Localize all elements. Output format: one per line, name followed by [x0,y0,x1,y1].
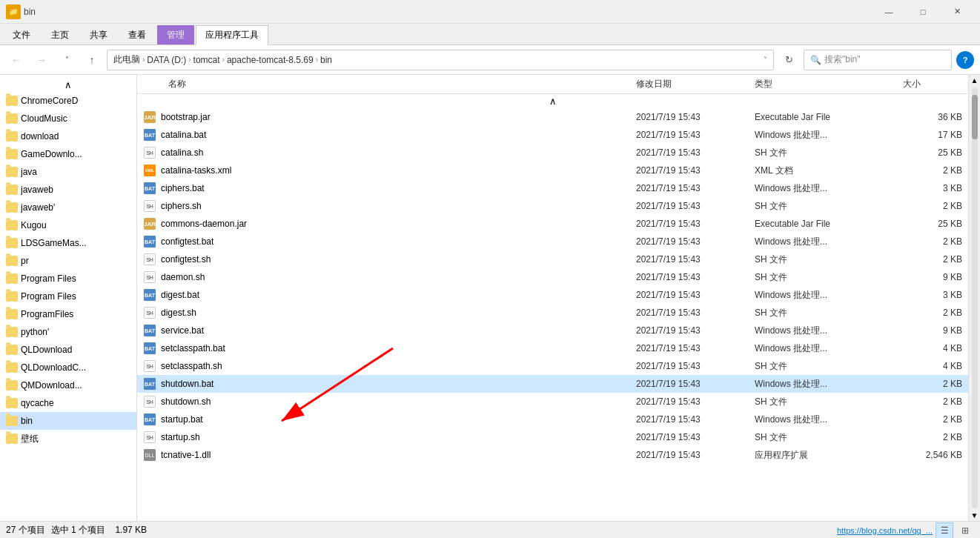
sidebar-item-javaweb2[interactable]: javaweb' [0,199,136,216]
sidebar-scroll-up[interactable]: ∧ [0,78,136,92]
tab-share[interactable]: 共享 [80,25,117,44]
bat-icon: BAT [143,342,156,355]
sidebar-item-gamedownlo[interactable]: GameDownlo... [0,145,136,163]
sidebar-item-python[interactable]: python' [0,323,136,341]
sidebar-item-qldownload[interactable]: QLDownload [0,341,136,359]
right-scrollbar[interactable]: ▲ ▼ [968,75,980,521]
file-name: digest.bat [161,290,636,300]
dll-icon: DLL [143,448,156,462]
address-bar[interactable]: 此电脑 › DATA (D:) › tomcat › apache-tomcat… [107,50,774,70]
file-row[interactable]: BAT ciphers.bat 2021/7/19 15:43 Windows … [137,179,968,197]
file-row[interactable]: SH catalina.sh 2021/7/19 15:43 SH 文件 25 … [137,144,968,162]
sidebar-item-kugou[interactable]: Kugou [0,216,136,234]
forward-button[interactable]: → [31,50,52,70]
refresh-button[interactable]: ↻ [778,50,799,70]
file-name: service.bat [161,325,636,336]
bat-icon: BAT [143,235,156,248]
file-row[interactable]: JAR commons-daemon.jar 2021/7/19 15:43 E… [137,215,968,233]
col-header-name[interactable]: 名称 [168,78,636,90]
tab-view[interactable]: 查看 [119,25,156,44]
file-row[interactable]: BAT digest.bat 2021/7/19 15:43 Windows 批… [137,286,968,304]
file-row[interactable]: BAT catalina.bat 2021/7/19 15:43 Windows… [137,126,968,144]
file-row[interactable]: JAR bootstrap.jar 2021/7/19 15:43 Execut… [137,108,968,126]
file-size: 2 KB [903,254,962,265]
search-box[interactable]: 🔍 搜索"bin" [804,50,952,70]
file-row[interactable]: SH setclasspath.sh 2021/7/19 15:43 SH 文件… [137,357,968,375]
sidebar-item-qldownloadc[interactable]: QLDownloadC... [0,359,136,376]
file-date: 2021/7/19 15:43 [636,343,755,353]
sidebar-item-java[interactable]: java [0,163,136,181]
help-button[interactable]: ? [956,51,974,69]
minimize-button[interactable]: — [872,0,906,24]
file-date: 2021/7/19 15:43 [636,361,755,371]
file-row[interactable]: DLL tcnative-1.dll 2021/7/19 15:43 应用程序扩… [137,446,968,464]
sidebar-item-qmdownload[interactable]: QMDownload... [0,376,136,394]
folder-icon [6,256,18,266]
file-size: 2 KB [903,201,962,211]
close-button[interactable]: ✕ [940,0,974,24]
sidebar-item-javaweb[interactable]: javaweb [0,181,136,199]
folder-icon [6,131,18,142]
tab-manage[interactable]: 管理 [157,25,194,44]
folder-icon [6,113,18,124]
scroll-down-arrow[interactable]: ▼ [971,510,979,521]
file-row[interactable]: SH ciphers.sh 2021/7/19 15:43 SH 文件 2 KB [137,197,968,215]
file-row[interactable]: XML catalina-tasks.xml 2021/7/19 15:43 X… [137,162,968,179]
sidebar-item-download[interactable]: download [0,127,136,145]
back-button[interactable]: ← [6,50,27,70]
scroll-up-arrow[interactable]: ▲ [971,75,979,86]
sidebar-item-programfiles3[interactable]: ProgramFiles [0,305,136,323]
file-size: 2,546 KB [903,450,962,460]
file-type: 应用程序扩展 [755,449,903,462]
file-row[interactable]: BAT startup.bat 2021/7/19 15:43 Windows … [137,411,968,428]
file-row[interactable]: SH daemon.sh 2021/7/19 15:43 SH 文件 9 KB [137,268,968,286]
file-row[interactable]: SH shutdown.sh 2021/7/19 15:43 SH 文件 2 K… [137,393,968,411]
file-type: Windows 批处理... [755,342,903,355]
website-link[interactable]: https://blog.csdn.net/qq_... [837,526,933,535]
sidebar-item-wallpaper[interactable]: 壁纸 [0,430,136,448]
col-header-size[interactable]: 大小 [903,78,962,90]
sidebar-item-pr[interactable]: pr [0,252,136,270]
sh-icon: SH [143,253,156,266]
maximize-button[interactable]: □ [906,0,940,24]
file-type: Windows 批处理... [755,325,903,337]
file-name: digest.sh [161,308,636,318]
sidebar-item-cloudmusic[interactable]: CloudMusic [0,110,136,127]
dropdown-button[interactable]: ˅ [56,50,77,70]
file-name: commons-daemon.jar [161,219,636,229]
tab-home[interactable]: 主页 [42,25,79,44]
file-date: 2021/7/19 15:43 [636,272,755,282]
sidebar-item-ldsgamemas[interactable]: LDSGameMas... [0,234,136,252]
ribbon: 文件 主页 共享 查看 管理 应用程序工具 [0,24,980,45]
tab-apptools[interactable]: 应用程序工具 [196,25,268,45]
sh-icon: SH [143,270,156,284]
details-view-button[interactable]: ☰ [936,522,953,539]
search-icon: 🔍 [810,55,821,65]
tab-file[interactable]: 文件 [3,25,40,44]
file-name: setclasspath.sh [161,361,636,371]
file-row[interactable]: BAT setclasspath.bat 2021/7/19 15:43 Win… [137,339,968,357]
file-row[interactable]: BAT service.bat 2021/7/19 15:43 Windows … [137,322,968,339]
file-row[interactable]: SH digest.sh 2021/7/19 15:43 SH 文件 2 KB [137,304,968,322]
file-date: 2021/7/19 15:43 [636,450,755,460]
file-row[interactable]: SH startup.sh 2021/7/19 15:43 SH 文件 2 KB [137,428,968,446]
col-header-date[interactable]: 修改日期 [636,78,755,90]
file-list-scroll-up[interactable]: ∧ [137,94,968,108]
folder-icon [6,345,18,355]
large-icons-button[interactable]: ⊞ [956,522,974,539]
file-size: 4 KB [903,343,962,353]
sidebar-item-tomcat[interactable]: bin [0,412,136,430]
file-type: Executable Jar File [755,219,903,229]
sidebar-item-programfiles2[interactable]: Program Files [0,288,136,305]
up-button[interactable]: ↑ [82,50,102,70]
sidebar-item-programfiles1[interactable]: Program Files [0,270,136,288]
file-size: 25 KB [903,219,962,229]
sidebar-item-chromecored[interactable]: ChromeCoreD [0,92,136,110]
col-header-type[interactable]: 类型 [755,78,903,90]
file-size: 2 KB [903,308,962,318]
sidebar-item-qycache[interactable]: qycache [0,394,136,412]
file-row[interactable]: SH configtest.sh 2021/7/19 15:43 SH 文件 2… [137,250,968,268]
scroll-thumb[interactable] [972,95,978,139]
file-row[interactable]: BAT shutdown.bat 2021/7/19 15:43 Windows… [137,375,968,393]
file-row[interactable]: BAT configtest.bat 2021/7/19 15:43 Windo… [137,233,968,250]
